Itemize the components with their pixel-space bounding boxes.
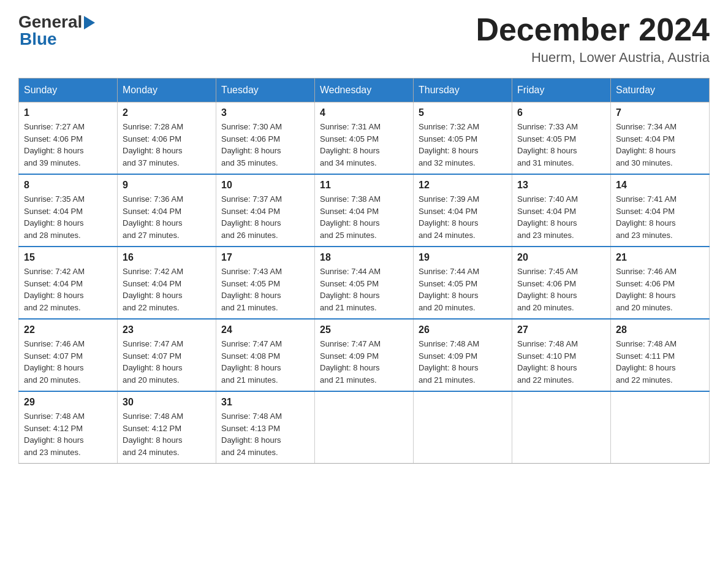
day-number: 8 (24, 180, 112, 191)
day-info: Sunrise: 7:48 AMSunset: 4:10 PMDaylight:… (517, 339, 578, 385)
table-row (611, 391, 710, 464)
day-number: 11 (320, 180, 408, 191)
day-number: 15 (24, 252, 112, 263)
table-row (512, 391, 611, 464)
day-info: Sunrise: 7:45 AMSunset: 4:06 PMDaylight:… (517, 267, 578, 312)
day-info: Sunrise: 7:44 AMSunset: 4:05 PMDaylight:… (419, 267, 479, 312)
table-row: 6 Sunrise: 7:33 AMSunset: 4:05 PMDayligh… (512, 102, 611, 175)
day-number: 27 (517, 324, 605, 335)
table-row (414, 391, 512, 464)
table-row (315, 391, 414, 464)
day-info: Sunrise: 7:42 AMSunset: 4:04 PMDaylight:… (123, 267, 183, 312)
table-row: 25 Sunrise: 7:47 AMSunset: 4:09 PMDaylig… (315, 319, 414, 391)
day-number: 1 (24, 107, 112, 118)
header-wednesday: Wednesday (315, 79, 414, 102)
calendar-week-1: 1 Sunrise: 7:27 AMSunset: 4:06 PMDayligh… (19, 102, 710, 175)
day-info: Sunrise: 7:32 AMSunset: 4:05 PMDaylight:… (419, 122, 479, 167)
table-row: 1 Sunrise: 7:27 AMSunset: 4:06 PMDayligh… (19, 102, 118, 175)
header-saturday: Saturday (611, 79, 710, 102)
day-number: 14 (616, 180, 704, 191)
day-number: 2 (123, 107, 211, 118)
table-row: 3 Sunrise: 7:30 AMSunset: 4:06 PMDayligh… (216, 102, 315, 175)
day-number: 20 (517, 252, 605, 263)
table-row: 7 Sunrise: 7:34 AMSunset: 4:04 PMDayligh… (611, 102, 710, 175)
day-info: Sunrise: 7:43 AMSunset: 4:05 PMDaylight:… (221, 267, 282, 312)
table-row: 11 Sunrise: 7:38 AMSunset: 4:04 PMDaylig… (315, 174, 414, 247)
weekday-header-row: Sunday Monday Tuesday Wednesday Thursday… (19, 79, 710, 102)
table-row: 19 Sunrise: 7:44 AMSunset: 4:05 PMDaylig… (414, 247, 512, 319)
title-block: December 2024 Huerm, Lower Austria, Aust… (476, 12, 710, 66)
logo-blue-text: Blue (20, 29, 57, 48)
day-number: 25 (320, 324, 408, 335)
day-info: Sunrise: 7:48 AMSunset: 4:11 PMDaylight:… (616, 339, 677, 385)
day-info: Sunrise: 7:30 AMSunset: 4:06 PMDaylight:… (221, 122, 282, 167)
day-number: 3 (221, 107, 309, 118)
day-info: Sunrise: 7:46 AMSunset: 4:06 PMDaylight:… (616, 267, 677, 312)
svg-marker-0 (84, 16, 95, 29)
table-row: 30 Sunrise: 7:48 AMSunset: 4:12 PMDaylig… (118, 391, 216, 464)
calendar-week-4: 22 Sunrise: 7:46 AMSunset: 4:07 PMDaylig… (19, 319, 710, 391)
header-monday: Monday (118, 79, 216, 102)
table-row: 5 Sunrise: 7:32 AMSunset: 4:05 PMDayligh… (414, 102, 512, 175)
day-info: Sunrise: 7:46 AMSunset: 4:07 PMDaylight:… (24, 339, 85, 385)
day-number: 31 (221, 397, 309, 408)
header-friday: Friday (512, 79, 611, 102)
day-info: Sunrise: 7:28 AMSunset: 4:06 PMDaylight:… (123, 122, 183, 167)
day-number: 4 (320, 107, 408, 118)
header-sunday: Sunday (19, 79, 118, 102)
day-number: 18 (320, 252, 408, 263)
table-row: 27 Sunrise: 7:48 AMSunset: 4:10 PMDaylig… (512, 319, 611, 391)
table-row: 21 Sunrise: 7:46 AMSunset: 4:06 PMDaylig… (611, 247, 710, 319)
logo-arrow-icon (84, 16, 95, 29)
table-row: 8 Sunrise: 7:35 AMSunset: 4:04 PMDayligh… (19, 174, 118, 247)
table-row: 29 Sunrise: 7:48 AMSunset: 4:12 PMDaylig… (19, 391, 118, 464)
day-info: Sunrise: 7:48 AMSunset: 4:13 PMDaylight:… (221, 412, 282, 457)
table-row: 28 Sunrise: 7:48 AMSunset: 4:11 PMDaylig… (611, 319, 710, 391)
calendar-week-5: 29 Sunrise: 7:48 AMSunset: 4:12 PMDaylig… (19, 391, 710, 464)
day-info: Sunrise: 7:48 AMSunset: 4:12 PMDaylight:… (123, 412, 183, 457)
location-subtitle: Huerm, Lower Austria, Austria (476, 50, 710, 66)
table-row: 10 Sunrise: 7:37 AMSunset: 4:04 PMDaylig… (216, 174, 315, 247)
table-row: 4 Sunrise: 7:31 AMSunset: 4:05 PMDayligh… (315, 102, 414, 175)
logo: General Blue (18, 12, 95, 49)
table-row: 20 Sunrise: 7:45 AMSunset: 4:06 PMDaylig… (512, 247, 611, 319)
table-row: 31 Sunrise: 7:48 AMSunset: 4:13 PMDaylig… (216, 391, 315, 464)
day-info: Sunrise: 7:34 AMSunset: 4:04 PMDaylight:… (616, 122, 677, 167)
day-info: Sunrise: 7:41 AMSunset: 4:04 PMDaylight:… (616, 194, 677, 240)
header-thursday: Thursday (414, 79, 512, 102)
table-row: 15 Sunrise: 7:42 AMSunset: 4:04 PMDaylig… (19, 247, 118, 319)
day-number: 24 (221, 324, 309, 335)
table-row: 16 Sunrise: 7:42 AMSunset: 4:04 PMDaylig… (118, 247, 216, 319)
day-number: 9 (123, 180, 211, 191)
calendar-week-2: 8 Sunrise: 7:35 AMSunset: 4:04 PMDayligh… (19, 174, 710, 247)
day-number: 13 (517, 180, 605, 191)
day-info: Sunrise: 7:37 AMSunset: 4:04 PMDaylight:… (221, 194, 282, 240)
calendar-table: Sunday Monday Tuesday Wednesday Thursday… (18, 78, 710, 464)
day-info: Sunrise: 7:31 AMSunset: 4:05 PMDaylight:… (320, 122, 381, 167)
day-info: Sunrise: 7:36 AMSunset: 4:04 PMDaylight:… (123, 194, 183, 240)
day-info: Sunrise: 7:47 AMSunset: 4:07 PMDaylight:… (123, 339, 183, 385)
table-row: 17 Sunrise: 7:43 AMSunset: 4:05 PMDaylig… (216, 247, 315, 319)
day-info: Sunrise: 7:47 AMSunset: 4:09 PMDaylight:… (320, 339, 381, 385)
table-row: 24 Sunrise: 7:47 AMSunset: 4:08 PMDaylig… (216, 319, 315, 391)
day-number: 30 (123, 397, 211, 408)
day-info: Sunrise: 7:39 AMSunset: 4:04 PMDaylight:… (419, 194, 479, 240)
day-number: 22 (24, 324, 112, 335)
table-row: 9 Sunrise: 7:36 AMSunset: 4:04 PMDayligh… (118, 174, 216, 247)
table-row: 18 Sunrise: 7:44 AMSunset: 4:05 PMDaylig… (315, 247, 414, 319)
day-number: 6 (517, 107, 605, 118)
day-number: 10 (221, 180, 309, 191)
day-info: Sunrise: 7:47 AMSunset: 4:08 PMDaylight:… (221, 339, 282, 385)
day-number: 5 (419, 107, 507, 118)
day-info: Sunrise: 7:27 AMSunset: 4:06 PMDaylight:… (24, 122, 85, 167)
month-year-title: December 2024 (476, 12, 710, 47)
table-row: 22 Sunrise: 7:46 AMSunset: 4:07 PMDaylig… (19, 319, 118, 391)
header-tuesday: Tuesday (216, 79, 315, 102)
day-info: Sunrise: 7:40 AMSunset: 4:04 PMDaylight:… (517, 194, 578, 240)
day-number: 12 (419, 180, 507, 191)
table-row: 14 Sunrise: 7:41 AMSunset: 4:04 PMDaylig… (611, 174, 710, 247)
table-row: 2 Sunrise: 7:28 AMSunset: 4:06 PMDayligh… (118, 102, 216, 175)
page-header: General Blue December 2024 Huerm, Lower … (18, 12, 710, 66)
day-number: 7 (616, 107, 704, 118)
day-number: 23 (123, 324, 211, 335)
